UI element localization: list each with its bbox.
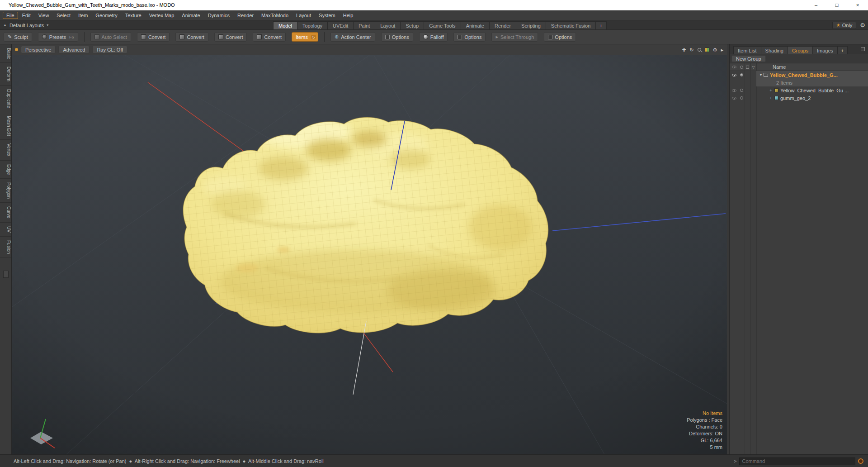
item-name[interactable]: Yellow_Chewed_Bubble_Gu ... — [780, 88, 849, 93]
eye-icon[interactable] — [732, 97, 736, 100]
pan-icon[interactable]: ✚ — [682, 48, 686, 52]
close-button[interactable]: × — [847, 0, 868, 10]
viewport-perspective-button[interactable]: Perspective — [21, 46, 56, 53]
maximize-button[interactable]: □ — [826, 0, 847, 10]
falloff-options-button[interactable]: Options — [453, 32, 486, 42]
menu-item-dynamics[interactable]: Dynamics — [204, 12, 233, 19]
tab-topology[interactable]: Topology — [297, 21, 328, 30]
viewport-expand-icon[interactable]: ▸ — [721, 48, 723, 52]
items-mode-button[interactable]: Items 5 — [292, 32, 318, 42]
menu-item-edit[interactable]: Edit — [19, 12, 34, 19]
select-through-button[interactable]: ▸ Select Through — [491, 32, 538, 42]
item-name[interactable]: gumm_geo_2 — [780, 95, 811, 101]
sidebar-item-edge[interactable]: Edge — [0, 161, 11, 179]
menu-item-maxtomodo[interactable]: MaxToModo — [258, 12, 292, 19]
menu-item-system[interactable]: System — [315, 12, 339, 19]
only-toggle[interactable]: ★ Only — [832, 22, 857, 29]
menu-item-file[interactable]: File — [3, 12, 18, 19]
expander-icon[interactable]: + — [769, 96, 773, 100]
eye-icon[interactable] — [732, 74, 736, 76]
auto-select-button[interactable]: Auto Select — [90, 32, 131, 42]
sculpt-button[interactable]: ✎ Sculpt — [4, 32, 32, 42]
tab-images[interactable]: Images — [812, 46, 838, 54]
action-center-options-button[interactable]: Options — [381, 32, 413, 42]
add-panel-tab-button[interactable]: + — [837, 46, 847, 54]
select-through-options-button[interactable]: Options — [544, 32, 576, 42]
viewport-3d-scene[interactable] — [12, 55, 727, 454]
sidebar-item-uv[interactable]: UV — [0, 223, 11, 237]
convert-vertex-button[interactable]: Convert — [137, 32, 170, 42]
menu-item-layout[interactable]: Layout — [292, 12, 315, 19]
checkbox-icon[interactable] — [385, 35, 390, 39]
tab-model[interactable]: Model — [273, 21, 297, 30]
disclosure-open-icon[interactable]: ▾ — [760, 73, 762, 77]
tab-groups[interactable]: Groups — [788, 46, 813, 54]
menu-item-texture[interactable]: Texture — [122, 12, 145, 19]
viewport-shading-button[interactable]: Advanced — [58, 46, 90, 53]
render-toggle-icon[interactable] — [740, 89, 743, 92]
viewport-gear-icon[interactable]: ⚙ — [713, 48, 717, 52]
tab-render[interactable]: Render — [489, 21, 516, 30]
sidebar-item-polygon[interactable]: Polygon — [0, 179, 11, 203]
render-toggle-icon[interactable] — [740, 96, 743, 100]
menu-item-item[interactable]: Item — [75, 12, 91, 19]
menu-item-select[interactable]: Select — [53, 12, 74, 19]
viewport-raygl-button[interactable]: Ray GL: Off — [92, 46, 127, 53]
expander-icon[interactable]: + — [769, 88, 773, 93]
viewport-vignette — [12, 55, 727, 454]
table-row-item[interactable]: + Yellow_Chewed_Bubble_Gu ... — [730, 86, 868, 94]
panel-expand-icon[interactable] — [861, 47, 865, 51]
tab-scripting[interactable]: Scripting — [516, 21, 546, 30]
tab-item-list[interactable]: Item List — [733, 46, 761, 54]
viewport-widget-thumb[interactable] — [15, 48, 18, 51]
presets-button[interactable]: Presets F6 — [38, 32, 78, 42]
viewport-canvas[interactable]: No Items Polygons : Face Channels: 0 Def… — [12, 55, 727, 454]
sidebar-item-curve[interactable]: Curve — [0, 203, 11, 223]
convert-polygon-button[interactable]: Convert — [214, 32, 247, 42]
panel-resize-grip[interactable] — [3, 271, 9, 278]
zoom-icon[interactable] — [698, 48, 701, 52]
checkbox-icon[interactable] — [458, 35, 462, 39]
color-swatch-icon[interactable] — [705, 48, 709, 52]
table-row-group[interactable]: ▾ Yellow_Chewed_Bubble_G... — [730, 71, 868, 79]
menu-item-help[interactable]: Help — [340, 12, 357, 19]
sidebar-item-basic[interactable]: Basic — [0, 44, 11, 63]
sidebar-item-fusion[interactable]: Fusion — [0, 237, 11, 258]
group-name[interactable]: Yellow_Chewed_Bubble_G... — [770, 72, 838, 78]
menu-item-view[interactable]: View — [35, 12, 53, 19]
tab-game-tools[interactable]: Game Tools — [424, 21, 461, 30]
sidebar-item-duplicate[interactable]: Duplicate — [0, 86, 11, 112]
tab-paint[interactable]: Paint — [353, 21, 375, 30]
minimize-button[interactable]: – — [806, 0, 826, 10]
command-input[interactable] — [739, 457, 855, 465]
orbit-icon[interactable]: ↻ — [689, 48, 693, 52]
convert-item-button[interactable]: Convert — [253, 32, 286, 42]
sidebar-item-vertex[interactable]: Vertex — [0, 140, 11, 160]
tab-uvedit[interactable]: UVEdit — [327, 21, 354, 30]
falloff-button[interactable]: Falloff — [419, 32, 448, 42]
tab-shading[interactable]: Shading — [761, 46, 788, 54]
menu-item-render[interactable]: Render — [234, 12, 257, 19]
checkbox-icon[interactable] — [548, 35, 552, 39]
menu-item-vertex-map[interactable]: Vertex Map — [146, 12, 178, 19]
sidebar-item-deform[interactable]: Deform — [0, 63, 11, 86]
add-workspace-tab-button[interactable]: + — [595, 21, 606, 30]
macro-record-icon[interactable] — [858, 458, 863, 464]
render-toggle-icon[interactable] — [740, 73, 743, 76]
action-center-button[interactable]: ⊕ Action Center — [330, 32, 375, 42]
tab-schematic-fusion[interactable]: Schematic Fusion — [546, 21, 596, 30]
stat-channels: Channels: 0 — [687, 424, 722, 430]
sidebar-item-mesh-edit[interactable]: Mesh Edit — [0, 112, 11, 140]
tab-layout[interactable]: Layout — [375, 21, 401, 30]
default-layouts-control[interactable]: ▲ Default Layouts ▾ — [3, 20, 48, 30]
group-folder-icon — [764, 74, 768, 77]
convert-edge-button[interactable]: Convert — [175, 32, 208, 42]
gear-icon[interactable]: ⚙ — [860, 22, 865, 29]
new-group-button[interactable]: New Group — [731, 55, 766, 62]
eye-icon[interactable] — [732, 89, 736, 92]
table-row-item[interactable]: + gumm_geo_2 — [730, 94, 868, 102]
tab-animate[interactable]: Animate — [461, 21, 490, 30]
tab-setup[interactable]: Setup — [400, 21, 424, 30]
menu-item-animate[interactable]: Animate — [178, 12, 203, 19]
menu-item-geometry[interactable]: Geometry — [92, 12, 121, 19]
